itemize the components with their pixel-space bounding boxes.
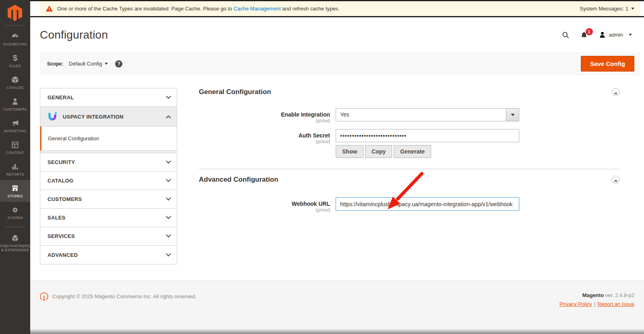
dollar-icon: $ xyxy=(11,53,20,62)
cache-warning-text: One or more of the Cache Types are inval… xyxy=(57,6,339,12)
header-actions: 1 admin xyxy=(561,31,632,39)
uspacy-logo-icon xyxy=(47,112,57,121)
nav-item-sales[interactable]: SALES xyxy=(40,209,177,227)
magento-admin-screen: DASHBOARD $ SALES CATALOG CUSTOMERS MARK… xyxy=(0,0,644,334)
scope-bar: Scope: Default Config ? Save Config xyxy=(40,52,640,75)
megaphone-icon xyxy=(11,119,20,127)
privacy-policy-link[interactable]: Privacy Policy xyxy=(559,301,592,307)
nav-item-services[interactable]: SERVICES xyxy=(40,227,177,246)
sidebar-item-label: SYSTEM xyxy=(7,216,23,220)
sidebar-item-label: MARKETING xyxy=(4,129,26,133)
nav-item-uspacy-integration[interactable]: USPACY INTEGRATION xyxy=(40,107,177,127)
user-icon xyxy=(599,31,606,39)
warning-icon xyxy=(45,5,53,12)
box-icon xyxy=(11,75,20,84)
general-configuration-section-head: General Configuration xyxy=(199,88,620,96)
admin-sidebar: DASHBOARD $ SALES CATALOG CUSTOMERS MARK… xyxy=(0,0,30,334)
footer-right: Magento ver. 2.4.8-p2 Privacy Policy|Rep… xyxy=(559,292,634,307)
sidebar-item-sales[interactable]: $ SALES xyxy=(0,50,30,72)
page-header: Configuration 1 admin xyxy=(30,17,644,52)
sidebar-divider xyxy=(4,25,25,26)
cache-management-link[interactable]: Cache Management xyxy=(233,6,281,12)
chevron-down-icon xyxy=(166,251,171,256)
chevron-down-icon xyxy=(166,177,171,182)
config-section-nav: GENERAL USPACY INTEGRATION General Confi… xyxy=(40,88,177,264)
field-label: Auth Secret [global] xyxy=(199,129,336,158)
chevron-down-icon xyxy=(511,114,515,116)
nav-item-advanced[interactable]: ADVANCED xyxy=(40,246,177,264)
sidebar-item-catalog[interactable]: CATALOG xyxy=(0,72,30,93)
collapse-advanced-section-button[interactable] xyxy=(612,176,620,184)
nav-subitem-general-configuration[interactable]: General Configuration xyxy=(40,127,177,151)
sidebar-item-content[interactable]: CONTENT xyxy=(0,137,30,158)
speedometer-icon xyxy=(11,32,20,41)
copy-button[interactable]: Copy xyxy=(365,145,392,158)
search-button[interactable] xyxy=(561,31,570,39)
notifications-button[interactable]: 1 xyxy=(580,31,588,39)
sidebar-item-customers[interactable]: CUSTOMERS xyxy=(0,93,30,115)
sidebar-item-system[interactable]: SYSTEM xyxy=(0,202,30,223)
chevron-down-icon xyxy=(631,8,634,10)
scope-switcher[interactable]: Default Config xyxy=(69,61,108,67)
sidebar-item-label: DASHBOARD xyxy=(3,42,27,46)
footer-left: Copyright © 2025 Magento Commerce Inc. A… xyxy=(40,292,196,301)
sidebar-item-label: STORES xyxy=(7,194,23,198)
scope-help-button[interactable]: ? xyxy=(115,60,122,68)
collapse-general-section-button[interactable] xyxy=(612,88,620,96)
sidebar-item-find-partners[interactable]: FIND PARTNERS& EXTENSIONS xyxy=(0,230,30,255)
field-scope: [global] xyxy=(199,207,330,212)
auth-secret-input[interactable] xyxy=(336,129,519,142)
sidebar-item-marketing[interactable]: MARKETING xyxy=(0,115,30,137)
footer-links: Privacy Policy|Report an Issue xyxy=(559,301,634,307)
bar-chart-icon xyxy=(11,162,20,171)
extensions-icon xyxy=(11,234,20,242)
config-content: GENERAL USPACY INTEGRATION General Confi… xyxy=(30,75,644,280)
config-main-panel: General Configuration Enable Integration… xyxy=(199,88,620,212)
system-messages-toggle[interactable]: System Messages: 1 xyxy=(580,6,634,12)
field-control: Yes xyxy=(336,108,519,123)
nav-item-security[interactable]: SECURITY xyxy=(40,153,177,172)
field-scope: [global] xyxy=(199,139,330,144)
notification-count-badge: 1 xyxy=(586,28,593,35)
sidebar-item-label: SALES xyxy=(9,64,21,68)
sidebar-item-reports[interactable]: REPORTS xyxy=(0,158,30,180)
section-divider xyxy=(199,169,620,169)
person-icon xyxy=(11,97,20,106)
chevron-down-icon xyxy=(629,34,632,36)
chevron-up-icon xyxy=(614,180,617,183)
enable-integration-select[interactable]: Yes xyxy=(336,108,519,121)
auth-secret-row: Auth Secret [global] Show Copy Generate xyxy=(199,129,620,158)
nav-item-general[interactable]: GENERAL xyxy=(40,88,177,107)
save-config-button[interactable]: Save Config xyxy=(581,56,634,72)
webhook-url-row: Webhook URL [global] xyxy=(199,197,620,212)
version-text: Magento ver. 2.4.8-p2 xyxy=(559,292,634,298)
layout-icon xyxy=(11,140,20,149)
webhook-url-input[interactable] xyxy=(336,197,519,211)
report-issue-link[interactable]: Report an Issue xyxy=(597,301,634,307)
admin-user-menu[interactable]: admin xyxy=(599,31,632,39)
chevron-down-icon xyxy=(166,232,171,238)
enable-integration-row: Enable Integration [global] Yes xyxy=(199,108,620,123)
field-control: Show Copy Generate xyxy=(336,129,519,158)
chevron-down-icon xyxy=(166,158,171,164)
sidebar-item-label: CATALOG xyxy=(6,86,24,90)
system-message-bar: One or more of the Cache Types are inval… xyxy=(40,1,640,16)
auth-secret-buttons: Show Copy Generate xyxy=(336,145,519,158)
chevron-up-icon xyxy=(614,92,617,95)
generate-button[interactable]: Generate xyxy=(394,145,431,158)
nav-item-catalog[interactable]: CATALOG xyxy=(40,172,177,190)
section-title: General Configuration xyxy=(199,88,271,96)
system-message-row: One or more of the Cache Types are inval… xyxy=(30,1,644,16)
sidebar-item-stores[interactable]: STORES xyxy=(0,180,30,202)
gear-icon xyxy=(11,205,20,214)
chevron-down-icon xyxy=(166,94,171,99)
scope-label: Scope: xyxy=(47,61,63,67)
nav-item-customers[interactable]: CUSTOMERS xyxy=(40,190,177,209)
show-button[interactable]: Show xyxy=(336,145,363,158)
magento-logo-icon[interactable] xyxy=(6,4,23,21)
chevron-up-icon xyxy=(166,115,171,120)
field-label: Enable Integration [global] xyxy=(199,108,336,123)
sidebar-item-dashboard[interactable]: DASHBOARD xyxy=(0,28,30,50)
select-dropdown-button[interactable] xyxy=(506,109,519,121)
chevron-down-icon xyxy=(166,195,171,201)
